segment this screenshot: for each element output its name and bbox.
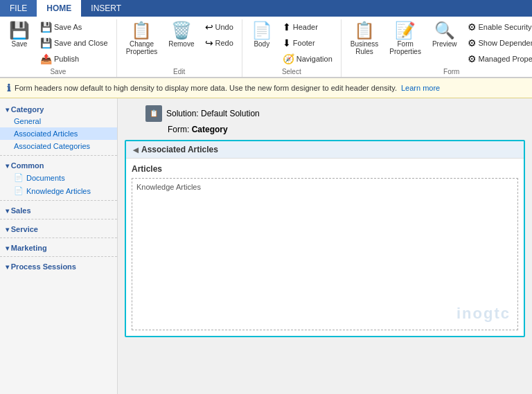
sidebar-item-knowledge-articles[interactable]: 📄 Knowledge Articles [0,184,117,197]
tab-home[interactable]: HOME [37,0,81,17]
info-text: Form headers now default to high density… [15,84,397,92]
body-icon: 📄 [251,22,272,39]
sidebar-section-marketing[interactable]: Marketing [0,241,117,253]
sidebar: Category General Associated Articles Ass… [0,98,118,394]
header-button[interactable]: ⬆ Header [278,19,337,35]
form-area: 📋 Solution: Default Solution Form: Categ… [118,98,532,394]
undo-button[interactable]: ↩ Undo [201,19,238,35]
save-label: Save [12,40,28,48]
sidebar-section-service[interactable]: Service [0,222,117,235]
enable-security-icon: ⚙ [468,21,477,33]
sidebar-item-documents[interactable]: 📄 Documents [0,171,117,184]
ribbon: FILE HOME INSERT 💾 Save 💾 Save As 💾 S [0,0,532,78]
save-group-label: Save [50,68,66,77]
sidebar-item-associated-categories[interactable]: Associated Categories [0,140,117,152]
header-icon: ⬆ [283,21,291,33]
watermark: inogtc [456,305,511,323]
form-group-label: Form [443,68,459,77]
ribbon-tab-bar: FILE HOME INSERT [0,0,532,17]
ribbon-content: 💾 Save 💾 Save As 💾 Save and Close 📤 Publ… [0,17,532,78]
tab-file[interactable]: FILE [0,0,37,17]
show-dependencies-icon: ⚙ [468,37,477,48]
info-bar: ℹ Form headers now default to high densi… [0,78,532,98]
main-layout: Category General Associated Articles Ass… [0,98,532,394]
articles-field-label: Articles [132,164,518,174]
divider-4 [0,238,117,238]
sidebar-item-associated-articles[interactable]: Associated Articles [0,127,117,140]
section-title-bar: Associated Articles [126,141,524,159]
tab-insert[interactable]: INSERT [81,0,131,17]
form-properties-button[interactable]: 📝 FormProperties [384,19,426,58]
publish-button[interactable]: 📤 Publish [36,51,112,66]
documents-icon: 📄 [14,173,24,182]
sidebar-section-category[interactable]: Category [0,102,117,115]
save-icon: 💾 [9,22,30,39]
section-body: Articles Knowledge Articles inogtc [126,159,524,336]
ribbon-group-select: 📄 Body ⬆ Header ⬇ Footer 🧭 Navigation [242,19,342,77]
knowledge-articles-item: Knowledge Articles [136,183,513,191]
footer-button[interactable]: ⬇ Footer [278,35,337,51]
save-and-close-button[interactable]: 💾 Save and Close [36,35,112,51]
navigation-button[interactable]: 🧭 Navigation [278,51,337,66]
solution-text: Solution: Default Solution [166,109,260,118]
articles-subgrid[interactable]: Knowledge Articles inogtc [132,178,518,330]
sidebar-section-process-sessions[interactable]: Process Sessions [0,260,117,272]
form-name: Category [192,125,228,134]
form-header: 📋 Solution: Default Solution Form: Categ… [125,105,525,134]
save-button[interactable]: 💾 Save [4,19,35,51]
enable-security-button[interactable]: ⚙ Enable Security Roles [463,19,532,35]
preview-button[interactable]: 🔍 Preview [427,19,462,51]
edit-group-label: Edit [173,68,185,77]
ribbon-group-save: 💾 Save 💾 Save As 💾 Save and Close 📤 Publ… [0,19,117,77]
divider-2 [0,200,117,201]
form-label: Form: [168,125,189,134]
redo-button[interactable]: ↪ Redo [201,35,238,51]
ribbon-group-edit: 📋 ChangeProperties 🗑️ Remove ↩ Undo ↪ Re… [117,19,242,77]
change-properties-button[interactable]: 📋 ChangeProperties [121,19,163,58]
form-properties-icon: 📝 [395,22,416,39]
sidebar-section-common[interactable]: Common [0,159,117,171]
managed-properties-button[interactable]: ⚙ Managed Properties [463,51,532,66]
learn-more-link[interactable]: Learn more [401,84,440,92]
divider-1 [0,155,117,156]
body-button[interactable]: 📄 Body [247,19,277,51]
ribbon-group-form: 📋 BusinessRules 📝 FormProperties 🔍 Previ… [342,19,532,77]
sidebar-item-general[interactable]: General [0,115,117,127]
navigation-icon: 🧭 [283,53,294,64]
associated-articles-section: Associated Articles Articles Knowledge A… [125,140,525,337]
preview-icon: 🔍 [434,22,455,39]
business-rules-icon: 📋 [354,22,375,39]
save-as-button[interactable]: 💾 Save As [36,19,112,35]
undo-icon: ↩ [205,21,213,33]
remove-icon: 🗑️ [171,22,192,39]
knowledge-articles-icon: 📄 [14,186,24,195]
divider-3 [0,219,117,220]
change-properties-icon: 📋 [131,22,152,39]
remove-button[interactable]: 🗑️ Remove [163,19,199,51]
footer-icon: ⬇ [283,37,291,48]
publish-icon: 📤 [40,53,52,64]
managed-properties-icon: ⚙ [468,53,477,64]
info-icon: ℹ [7,82,10,93]
show-dependencies-button[interactable]: ⚙ Show Dependencies [463,35,532,51]
save-as-icon: 💾 [40,21,52,33]
save-close-icon: 💾 [40,37,52,48]
business-rules-button[interactable]: 📋 BusinessRules [346,19,384,58]
section-title: Associated Articles [141,145,218,154]
redo-icon: ↪ [205,37,213,48]
sidebar-section-sales[interactable]: Sales [0,204,117,216]
solution-icon: 📋 [145,105,162,122]
select-group-label: Select [282,68,301,77]
divider-5 [0,256,117,257]
